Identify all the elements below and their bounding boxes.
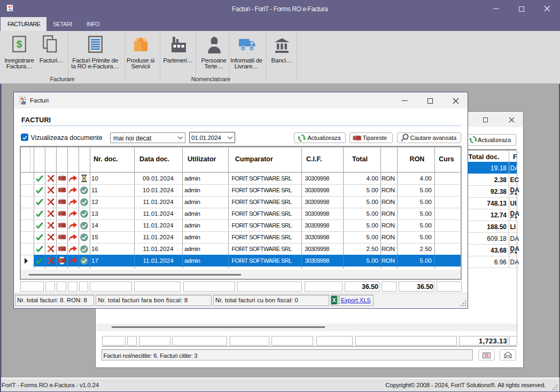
svg-text:fac: fac: [9, 9, 13, 11]
svg-text:X: X: [332, 297, 336, 303]
svg-text:$: $: [17, 38, 22, 50]
